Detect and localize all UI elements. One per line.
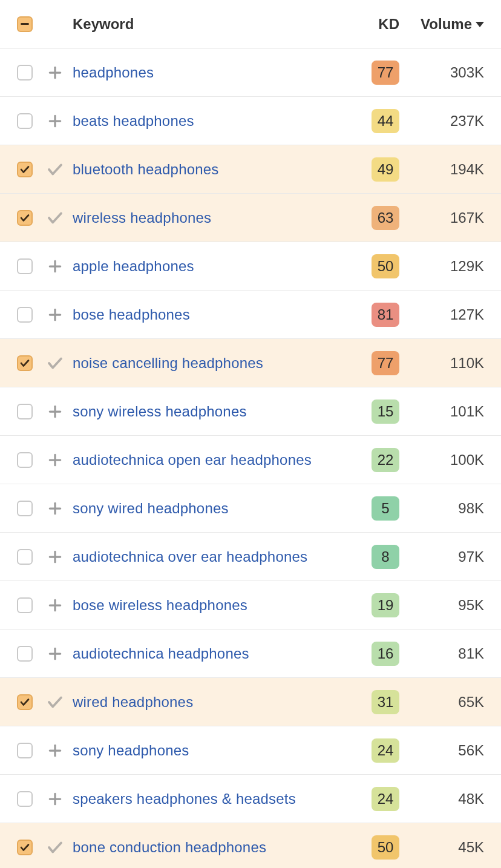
- added-check-icon[interactable]: [46, 160, 64, 179]
- add-keyword-icon[interactable]: [47, 791, 63, 807]
- add-keyword-icon[interactable]: [47, 258, 63, 274]
- kd-badge: 63: [372, 206, 399, 230]
- volume-header-label: Volume: [421, 16, 472, 33]
- add-keyword-icon[interactable]: [47, 452, 63, 468]
- row-checkbox[interactable]: [17, 162, 33, 177]
- volume-value: 167K: [399, 209, 484, 226]
- added-check-icon[interactable]: [46, 838, 64, 856]
- add-keyword-icon[interactable]: [47, 597, 63, 613]
- kd-badge: 16: [372, 642, 399, 666]
- kd-badge: 19: [372, 593, 399, 617]
- volume-value: 97K: [399, 548, 484, 565]
- keyword-link[interactable]: sony headphones: [73, 742, 189, 758]
- table-row: noise cancelling headphones77110K: [0, 339, 501, 387]
- added-check-icon[interactable]: [46, 693, 64, 711]
- keyword-link[interactable]: audiotechnica headphones: [73, 645, 249, 662]
- row-checkbox[interactable]: [17, 65, 33, 81]
- kd-badge: 50: [372, 254, 399, 278]
- add-keyword-icon[interactable]: [47, 646, 63, 662]
- keyword-link[interactable]: speakers headphones & headsets: [73, 791, 296, 807]
- row-checkbox[interactable]: [17, 597, 33, 613]
- add-keyword-icon[interactable]: [47, 404, 63, 419]
- keyword-link[interactable]: beats headphones: [73, 113, 194, 129]
- add-keyword-icon[interactable]: [47, 307, 63, 323]
- kd-badge: 50: [372, 835, 399, 860]
- add-keyword-icon[interactable]: [47, 743, 63, 758]
- table-row: audiotechnica over ear headphones897K: [0, 533, 501, 581]
- row-checkbox[interactable]: [17, 113, 33, 129]
- volume-value: 303K: [399, 64, 484, 81]
- volume-value: 100K: [399, 452, 484, 469]
- keyword-link[interactable]: audiotechnica over ear headphones: [73, 548, 307, 565]
- table-row: bose wireless headphones1995K: [0, 581, 501, 630]
- volume-value: 110K: [399, 355, 484, 372]
- keyword-link[interactable]: wireless headphones: [73, 209, 211, 226]
- keyword-link[interactable]: audiotechnica open ear headphones: [73, 452, 312, 468]
- kd-badge: 44: [372, 109, 399, 133]
- keyword-link[interactable]: bose headphones: [73, 306, 190, 323]
- keyword-link[interactable]: wired headphones: [73, 694, 193, 710]
- column-header-keyword[interactable]: Keyword: [69, 16, 345, 33]
- row-checkbox[interactable]: [17, 307, 33, 323]
- table-row: wired headphones3165K: [0, 678, 501, 726]
- table-header-row: Keyword KD Volume: [0, 0, 501, 48]
- kd-badge: 77: [372, 61, 399, 85]
- row-checkbox[interactable]: [17, 355, 33, 371]
- row-checkbox[interactable]: [17, 791, 33, 807]
- row-checkbox[interactable]: [17, 646, 33, 662]
- table-row: beats headphones44237K: [0, 97, 501, 145]
- sort-desc-icon: [476, 22, 484, 27]
- keyword-link[interactable]: bose wireless headphones: [73, 597, 247, 613]
- keyword-table: Keyword KD Volume headphones77303Kbeats …: [0, 0, 501, 868]
- volume-value: 127K: [399, 306, 484, 323]
- add-keyword-icon[interactable]: [47, 501, 63, 516]
- kd-badge: 49: [372, 157, 399, 182]
- kd-badge: 8: [372, 545, 399, 569]
- table-row: wireless headphones63167K: [0, 194, 501, 242]
- keyword-link[interactable]: noise cancelling headphones: [73, 355, 263, 371]
- table-row: audiotechnica open ear headphones22100K: [0, 436, 501, 484]
- kd-badge: 81: [372, 303, 399, 327]
- kd-badge: 24: [372, 738, 399, 763]
- table-row: bluetooth headphones49194K: [0, 145, 501, 194]
- volume-value: 81K: [399, 645, 484, 662]
- table-row: speakers headphones & headsets2448K: [0, 775, 501, 823]
- add-keyword-icon[interactable]: [47, 113, 63, 129]
- add-keyword-icon[interactable]: [47, 549, 63, 565]
- volume-value: 237K: [399, 113, 484, 130]
- select-all-checkbox[interactable]: [17, 16, 33, 32]
- added-check-icon[interactable]: [46, 354, 64, 372]
- kd-badge: 5: [372, 496, 399, 521]
- column-header-kd[interactable]: KD: [345, 16, 399, 33]
- table-row: sony wireless headphones15101K: [0, 387, 501, 436]
- keyword-link[interactable]: headphones: [73, 64, 154, 81]
- row-checkbox[interactable]: [17, 404, 33, 419]
- volume-value: 194K: [399, 161, 484, 178]
- table-row: apple headphones50129K: [0, 242, 501, 291]
- row-checkbox[interactable]: [17, 210, 33, 226]
- kd-badge: 15: [372, 399, 399, 424]
- keyword-link[interactable]: bone conduction headphones: [73, 839, 266, 855]
- row-checkbox[interactable]: [17, 694, 33, 710]
- table-row: sony headphones2456K: [0, 726, 501, 775]
- row-checkbox[interactable]: [17, 743, 33, 758]
- row-checkbox[interactable]: [17, 452, 33, 468]
- table-row: sony wired headphones598K: [0, 484, 501, 533]
- table-row: audiotechnica headphones1681K: [0, 630, 501, 678]
- keyword-link[interactable]: sony wireless headphones: [73, 403, 247, 419]
- volume-value: 56K: [399, 742, 484, 759]
- row-checkbox[interactable]: [17, 549, 33, 565]
- add-keyword-icon[interactable]: [47, 65, 63, 81]
- row-checkbox[interactable]: [17, 501, 33, 516]
- keyword-link[interactable]: apple headphones: [73, 258, 194, 274]
- table-row: bone conduction headphones5045K: [0, 823, 501, 868]
- kd-badge: 24: [372, 787, 399, 811]
- column-header-volume[interactable]: Volume: [399, 16, 484, 33]
- kd-badge: 31: [372, 690, 399, 714]
- added-check-icon[interactable]: [46, 209, 64, 227]
- keyword-link[interactable]: sony wired headphones: [73, 500, 229, 516]
- row-checkbox[interactable]: [17, 840, 33, 855]
- keyword-link[interactable]: bluetooth headphones: [73, 161, 219, 177]
- kd-badge: 77: [372, 351, 399, 375]
- row-checkbox[interactable]: [17, 258, 33, 274]
